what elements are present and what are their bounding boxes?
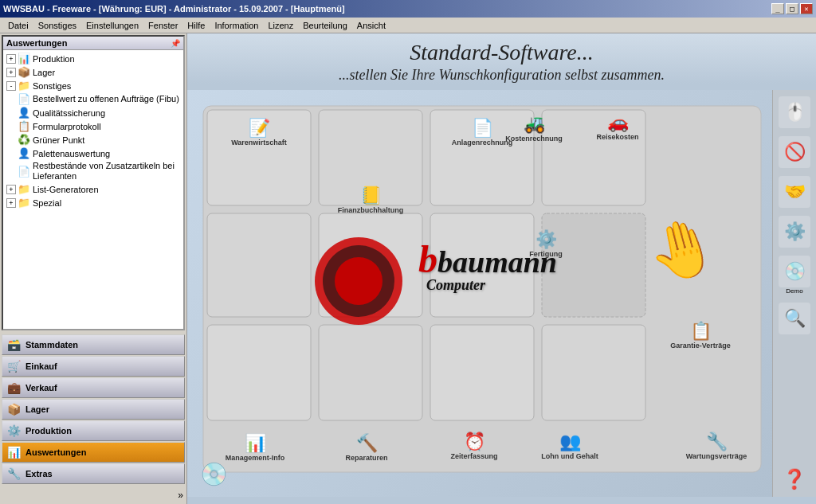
right-icon-1[interactable]: 🖱️ bbox=[779, 96, 810, 128]
baumann-logo: bbaumann Computer bbox=[418, 237, 557, 294]
kostenrechnung-label: Kostenrechnung bbox=[505, 135, 563, 143]
title-bar: WWSBAU - Freeware - [Währung: EUR] - Adm… bbox=[0, 0, 816, 18]
headline-area: Standard-Software... ...stellen Sie Ihre… bbox=[187, 33, 816, 84]
tree-label-paletten: Palettenauswertung bbox=[33, 149, 110, 158]
tree-item-paletten[interactable]: 👤 Palettenauswertung bbox=[5, 147, 182, 160]
tree-label-qualitaet: Qualitätssicherung bbox=[33, 108, 105, 118]
nav-label-einkauf: Einkauf bbox=[26, 361, 57, 371]
maximize-button[interactable]: □ bbox=[786, 3, 798, 14]
tree-item-formular[interactable]: 📋 Formularprotokoll bbox=[5, 119, 182, 133]
content-area: Standard-Software... ...stellen Sie Ihre… bbox=[187, 33, 816, 504]
expand-lager[interactable]: + bbox=[6, 68, 16, 77]
sonstiges-icon: 📁 bbox=[18, 80, 30, 92]
expand-listgen[interactable]: + bbox=[6, 185, 16, 194]
nav-label-extras: Extras bbox=[26, 469, 53, 479]
svg-rect-10 bbox=[319, 325, 422, 420]
tree-item-sonstiges[interactable]: - 📁 Sonstiges bbox=[5, 79, 182, 92]
tree-item-restbestaende[interactable]: 📄 Restbestände von Zusatzartikeln bei Li… bbox=[5, 160, 182, 182]
menu-lizenz[interactable]: Lizenz bbox=[263, 19, 298, 32]
right-icon-4[interactable]: ⚙️ bbox=[779, 216, 810, 248]
piece-management[interactable]: 📊 Management-Info bbox=[207, 433, 303, 465]
nav-einkauf[interactable]: 🛒 Einkauf bbox=[2, 356, 185, 377]
piece-reisekosten[interactable]: 🚗 Reisekosten bbox=[570, 112, 665, 144]
kostenrechnung-icon: 🚜 bbox=[524, 114, 545, 135]
nav-produktion[interactable]: ⚙️ Produktion bbox=[2, 420, 185, 441]
reisekosten-label: Reisekosten bbox=[596, 133, 638, 141]
close-button[interactable]: ✕ bbox=[800, 3, 813, 14]
listgen-icon: 📁 bbox=[18, 183, 30, 195]
produktion-nav-icon: ⚙️ bbox=[7, 424, 21, 437]
tree-label-lager: Lager bbox=[33, 68, 55, 77]
cd-icon: 💿 bbox=[200, 461, 228, 487]
nav-auswertungen[interactable]: 📊 Auswertungen bbox=[2, 442, 185, 463]
tree-item-lager[interactable]: + 📦 Lager bbox=[5, 65, 182, 79]
reparaturen-label: Reparaturen bbox=[345, 454, 387, 462]
tree-label-produktion: Produktion bbox=[33, 54, 75, 64]
nav-buttons: 🗃️ Stammdaten 🛒 Einkauf 💼 Verkauf 📦 Lage… bbox=[0, 332, 186, 486]
piece-wartung[interactable]: 🔧 Wartungsverträge bbox=[669, 432, 764, 463]
tree-item-listgen[interactable]: + 📁 List-Generatoren bbox=[5, 182, 182, 196]
finanzbuchhaltung-label: Finanzbuchhaltung bbox=[338, 206, 404, 214]
piece-lohn[interactable]: 👥 Lohn und Gehalt bbox=[522, 432, 618, 463]
spezial-icon: 📁 bbox=[18, 197, 30, 209]
right-icons-panel: 🖱️ 🚫 🤝 ⚙️ 💿 Demo 🔍 ❓ bbox=[772, 90, 816, 497]
logo-b-letter: b bbox=[418, 238, 437, 280]
puzzle-display: 📝 Warenwirtschaft 📒 Finanzbuchhaltung 📄 … bbox=[187, 90, 772, 497]
svg-point-15 bbox=[335, 257, 382, 305]
tree-item-gruener-punkt[interactable]: ♻️ Grüner Punkt bbox=[5, 133, 182, 147]
nav-extras[interactable]: 🔧 Extras bbox=[2, 463, 185, 484]
management-icon: 📊 bbox=[245, 433, 266, 454]
zeiterfassung-label: Zeiterfassung bbox=[450, 452, 497, 460]
menu-sonstiges[interactable]: Sonstiges bbox=[33, 19, 81, 32]
minimize-button[interactable]: _ bbox=[771, 3, 784, 14]
svg-rect-12 bbox=[542, 325, 645, 420]
warenwirtschaft-icon: 📝 bbox=[249, 118, 270, 139]
bestellwert-icon: 📄 bbox=[18, 93, 30, 105]
svg-rect-11 bbox=[430, 325, 534, 420]
menu-hilfe[interactable]: Hilfe bbox=[182, 19, 210, 32]
stammdaten-icon: 🗃️ bbox=[7, 338, 21, 351]
sub-headline: ...stellen Sie Ihre Wunschkonfiguration … bbox=[187, 67, 816, 84]
menu-fenster[interactable]: Fenster bbox=[143, 19, 182, 32]
demo-icon[interactable]: 💿 bbox=[779, 256, 810, 287]
piece-garantie[interactable]: 📋 Garantie-Verträge bbox=[653, 321, 748, 353]
menu-datei[interactable]: Datei bbox=[3, 19, 33, 32]
tree-content[interactable]: + 📊 Produktion + 📦 Lager - 📁 Sonstiges bbox=[3, 50, 183, 325]
expand-sonstiges[interactable]: - bbox=[6, 81, 16, 91]
tree-item-qualitaet[interactable]: 👤 Qualitätssicherung bbox=[5, 106, 182, 119]
lohn-icon: 👥 bbox=[559, 432, 581, 452]
right-icon-2[interactable]: 🚫 bbox=[779, 136, 810, 168]
tree-label-bestellwert: Bestellwert zu offenen Aufträge (Fibu) bbox=[33, 94, 179, 104]
menu-information[interactable]: Information bbox=[210, 19, 263, 32]
zeiterfassung-icon: ⏰ bbox=[464, 432, 485, 452]
nav-label-auswertungen: Auswertungen bbox=[26, 447, 86, 457]
tree-item-spezial[interactable]: + 📁 Spezial bbox=[5, 196, 182, 209]
sidebar: Auswertungen 📌 + 📊 Produktion + 📦 Lager bbox=[0, 33, 187, 504]
expand-sidebar-icon[interactable]: » bbox=[178, 490, 183, 501]
tree-label-formular: Formularprotokoll bbox=[33, 122, 101, 131]
magnify-icon[interactable]: 🔍 bbox=[779, 303, 810, 334]
piece-reparaturen[interactable]: 🔨 Reparaturen bbox=[319, 433, 414, 465]
gruener-punkt-icon: ♻️ bbox=[18, 134, 30, 146]
piece-zeiterfassung[interactable]: ⏰ Zeiterfassung bbox=[426, 432, 522, 463]
nav-stammdaten[interactable]: 🗃️ Stammdaten bbox=[2, 334, 185, 355]
warenwirtschaft-label: Warenwirtschaft bbox=[231, 139, 287, 147]
right-icon-3[interactable]: 🤝 bbox=[779, 176, 810, 208]
lager-nav-icon: 📦 bbox=[7, 403, 21, 416]
expand-produktion[interactable]: + bbox=[6, 54, 16, 64]
expand-spezial[interactable]: + bbox=[6, 198, 16, 208]
piece-finanzbuchhaltung[interactable]: 📒 Finanzbuchhaltung bbox=[323, 186, 418, 217]
tree-item-bestellwert[interactable]: 📄 Bestellwert zu offenen Aufträge (Fibu) bbox=[5, 92, 182, 106]
auswertungen-icon: 📊 bbox=[7, 446, 21, 459]
wartung-icon: 🔧 bbox=[706, 432, 728, 452]
tree-label-restbestaende: Restbestände von Zusatzartikeln bei Lief… bbox=[33, 161, 180, 182]
help-icon[interactable]: ❓ bbox=[783, 468, 806, 490]
tree-item-produktion[interactable]: + 📊 Produktion bbox=[5, 52, 182, 65]
piece-warenwirtschaft[interactable]: 📝 Warenwirtschaft bbox=[211, 118, 307, 150]
menu-ansicht[interactable]: Ansicht bbox=[352, 19, 390, 32]
menu-beurteilung[interactable]: Beurteilung bbox=[298, 19, 352, 32]
nav-verkauf[interactable]: 💼 Verkauf bbox=[2, 377, 185, 398]
main-headline: Standard-Software... bbox=[187, 40, 816, 65]
nav-lager[interactable]: 📦 Lager bbox=[2, 399, 185, 420]
menu-einstellungen[interactable]: Einstellungen bbox=[81, 19, 143, 32]
